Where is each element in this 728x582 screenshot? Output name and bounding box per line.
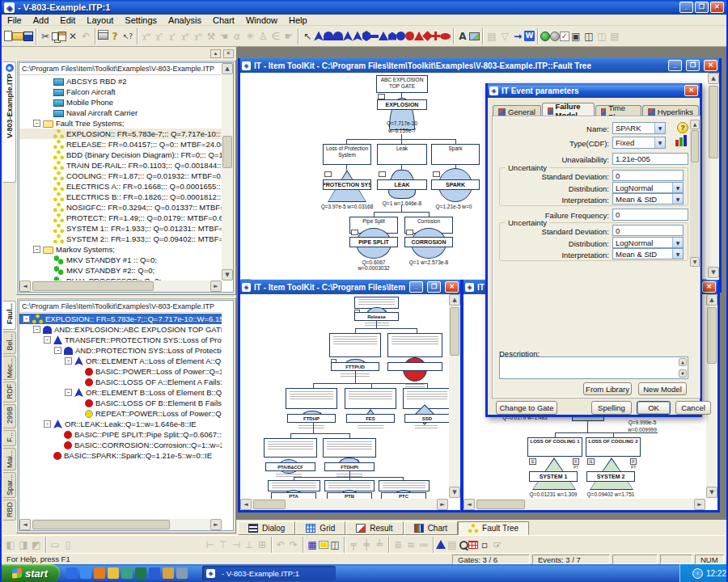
quick-launch-mail-icon[interactable] (108, 567, 119, 579)
module-tab[interactable]: Faul... (3, 301, 16, 330)
module-tab[interactable]: Mai... (3, 448, 16, 470)
tree-item[interactable]: BASIC::POWER::Loss of Power::Q=1e-5::w= (19, 366, 222, 377)
minimize-button[interactable]: _ (668, 60, 682, 71)
dialog-scrollbar[interactable]: ▲ ▼ (690, 120, 700, 267)
tree-item[interactable]: TRAIN DE-RAIL:: FR=0.1103;:: Q=0.001844:… (19, 160, 222, 171)
scroll-up-icon[interactable]: ▲ (708, 73, 719, 84)
scroll-right-icon[interactable]: ► (694, 499, 705, 510)
scroll-down-icon[interactable]: ▼ (708, 267, 719, 278)
menu-item[interactable]: File (2, 15, 28, 25)
type-cdf-combo[interactable]: Fixed▼ (612, 137, 666, 149)
close-button[interactable]: ✕ (710, 2, 724, 13)
task-button[interactable]: ◈ - V-803-Example.ITP:1 (202, 566, 336, 580)
tree-item[interactable]: ELECTRICS B:: FR=0.1826;:: Q=0.0001812::… (19, 192, 222, 202)
expander[interactable]: - (33, 326, 40, 333)
scroll-thumb[interactable] (691, 130, 699, 162)
grid-toggle-icon[interactable]: ▦ (306, 538, 319, 552)
scroll-down-icon[interactable]: ▼ (690, 257, 700, 267)
description-textarea[interactable]: ▲ ▼ (499, 356, 688, 379)
window-arrange-icon[interactable]: ▤ (608, 29, 621, 44)
tree-item[interactable]: PROTECT:: FR=1.49;:: Q=0.0179:: MTBF=0.6… (19, 213, 222, 223)
alpha-icon[interactable]: α (231, 29, 243, 44)
scroll-thumb[interactable] (709, 86, 718, 158)
scroll-thumb[interactable] (253, 500, 286, 509)
chart-icon[interactable] (675, 135, 689, 146)
basic-event-blue-icon[interactable] (396, 32, 405, 40)
unavailability-input[interactable]: 1.21e-005 (612, 153, 688, 165)
expander[interactable]: - (23, 315, 30, 323)
assign-icon[interactable]: ☛ (282, 29, 295, 44)
valign-middle-icon[interactable]: ╪ (360, 538, 373, 552)
quick-launch-msn-icon[interactable] (80, 567, 91, 579)
image-tool-icon[interactable] (469, 32, 480, 40)
start-button[interactable]: start (0, 564, 60, 582)
module-tab[interactable]: Mec... (3, 356, 16, 380)
gate-label[interactable]: FTTPUD (331, 362, 379, 371)
dropdown-arrow-icon[interactable]: ▼ (654, 123, 665, 133)
scroll-up-icon[interactable]: ▲ (222, 63, 233, 74)
context-help-icon[interactable]: ↖? (121, 29, 134, 44)
gate-label[interactable]: FES (346, 414, 395, 423)
tree-item[interactable]: BDD (Binary Decision Diagram):: FR=0;:: … (19, 150, 222, 160)
gate-label[interactable]: CORROSION (404, 237, 453, 247)
tree-item[interactable]: Falcon Aircraft (19, 86, 222, 97)
close-button[interactable]: ✕ (684, 85, 698, 96)
std-deviation-input[interactable]: 0 (612, 170, 684, 181)
scroll-thumb[interactable] (222, 136, 232, 168)
gate-label[interactable]: PTA/B&CCF (265, 462, 315, 471)
hide-icons-icon[interactable]: ‹ (692, 568, 703, 579)
quick-launch-desktop-icon[interactable] (176, 567, 188, 579)
tree-item[interactable]: - Markov Systems; (19, 244, 222, 255)
gate-label[interactable]: FTDHPI (324, 462, 375, 471)
scroll-left-icon[interactable]: ◄ (463, 499, 475, 510)
expander[interactable]: - (33, 120, 40, 127)
menu-item[interactable]: Analysis (163, 15, 207, 25)
ft-desc-box[interactable]: LOSS OF COOLING 2 (586, 437, 641, 457)
pan-icon[interactable]: ☞ (491, 538, 504, 552)
filter-icon[interactable]: ▽ (498, 29, 511, 44)
help-icon[interactable]: ? (108, 29, 121, 44)
scroll-down-icon[interactable]: ▼ (222, 269, 233, 280)
undo-layout-icon[interactable]: ↶ (274, 538, 287, 552)
expander[interactable]: - (54, 347, 61, 354)
dock-pin-button[interactable]: ▴ (210, 49, 221, 58)
scroll-right-icon[interactable]: ► (437, 499, 448, 510)
window-cascade-icon[interactable]: ◫ (582, 29, 595, 44)
tree-item[interactable]: MKV STANDBY #1 :: Q=0; (19, 255, 222, 265)
predict-f-icon[interactable]: χᶠ (166, 29, 179, 44)
vertical-scrollbar[interactable]: ▲ ▼ (708, 73, 719, 278)
tree-item[interactable]: REPEAT::POWER::Loss of Power::Q=1e-5:: (19, 408, 222, 419)
module-tab[interactable]: F... (3, 430, 16, 446)
view-tab[interactable]: Chart (404, 521, 458, 535)
tree-item[interactable]: - TRANSFER::PROTECTION SYS::Loss of Prot… (19, 335, 222, 345)
window-new-icon[interactable]: ▣ (569, 29, 582, 44)
dock-close-button[interactable]: ✕ (223, 49, 234, 58)
gate-label[interactable]: PROTECTION SYS (323, 179, 371, 190)
zoom-area-icon[interactable]: ▫ (478, 538, 491, 552)
ok-button[interactable]: OK (637, 401, 671, 415)
tree-item[interactable]: - AND::EXPLOSION::ABC EXPLOSION TOP GATE… (19, 324, 222, 335)
ft-desc-box[interactable]: Spark (431, 144, 480, 165)
interpretation-combo-2[interactable]: Mean & StD▼ (612, 248, 684, 259)
module-tab[interactable]: Bel... (3, 331, 16, 354)
tree-item[interactable]: BASIC::SPARK::Spark::Q=1.21e-5::w=0::IE (19, 450, 222, 461)
cancel-button[interactable]: Cancel (675, 401, 711, 415)
interpretation-combo[interactable]: Mean & StD▼ (612, 193, 684, 205)
ft-desc-box[interactable] (264, 438, 317, 458)
quick-launch-excel-icon[interactable] (135, 567, 146, 579)
tree-item[interactable]: - Fault Tree Systems; (19, 118, 222, 129)
gate-label[interactable] (387, 362, 442, 371)
menu-item[interactable]: Chart (207, 15, 240, 25)
tree-item[interactable]: - OR::ELEMENT B::Loss of Element B::Q=0.… (19, 387, 222, 398)
gate-label[interactable]: EXPLOSION (377, 99, 427, 110)
gate-label[interactable]: SPARK (431, 179, 480, 190)
minimize-button[interactable]: _ (679, 2, 693, 13)
horizontal-scrollbar[interactable]: ◄ ► (19, 519, 222, 530)
new-model-button[interactable]: New Model (638, 382, 687, 395)
export-word-icon[interactable]: W (524, 31, 535, 41)
predict-m-icon[interactable]: χᴹ (140, 29, 153, 44)
predict-t-icon[interactable]: χᵀ (153, 29, 166, 44)
scroll-left-icon[interactable]: ◄ (19, 519, 31, 530)
layout-normal-icon[interactable]: ≡ (404, 538, 417, 552)
scroll-thumb[interactable] (476, 500, 525, 509)
